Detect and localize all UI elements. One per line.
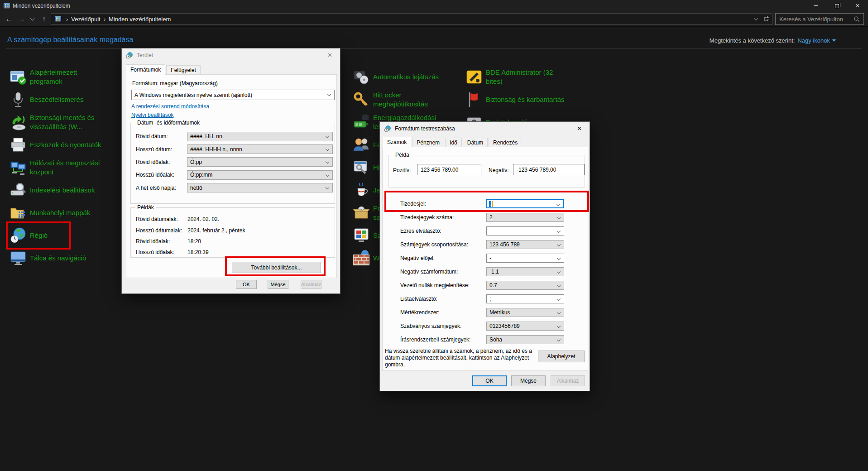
recent-pages-button[interactable] [28, 13, 36, 25]
format-row: Ezres elválasztó: [400, 224, 569, 238]
cancel-button[interactable]: Mégse [511, 375, 546, 386]
chevron-down-icon [326, 134, 329, 138]
format-row: Számjegyek csoportosítása: 123 456 789 [400, 238, 569, 251]
row-combobox[interactable]: -1.1 [486, 267, 564, 276]
example-row: Hosszú dátumalak: 2024. február 2., pént… [136, 225, 331, 236]
forward-button[interactable]: → [15, 13, 28, 25]
address-bar[interactable]: › Vezérlőpult › Minden vezérlőpultelem [51, 13, 772, 25]
group-title: Dátum- és időformátumok [135, 120, 201, 126]
row-combobox[interactable] [486, 226, 564, 236]
ok-button[interactable]: OK [472, 375, 507, 386]
row-label: Írásrendszerbeli számjegyek: [400, 336, 486, 343]
chevron-down-icon [557, 256, 561, 260]
close-button[interactable]: × [320, 48, 340, 62]
row-combobox[interactable]: Ó:pp [187, 157, 333, 167]
row-combobox[interactable]: 0.7 [486, 281, 564, 290]
row-combobox[interactable]: éééé. HH. nn. [187, 132, 333, 141]
tab[interactable]: Dátum [463, 138, 488, 147]
control-panel-item[interactable]: Biztonsági mentés ésvisszaállítás (W... [9, 111, 122, 134]
control-panel-item[interactable]: BDE Administrator (32bites) [465, 66, 578, 88]
breadcrumb-all-items[interactable]: Minden vezérlőpultelem [109, 16, 171, 23]
examples-group: Példák Rövid dátumalak: 2024. 02. 02. Ho… [130, 207, 335, 258]
customize-format-dialog-icon [384, 125, 391, 132]
negative-example-field: -123 456 789.00 [513, 164, 585, 175]
change-sort-order-link[interactable]: A rendezési sorrend módosítása [131, 103, 209, 110]
formats-tab-page: Formátum: magyar (Magyarország) A Window… [126, 74, 337, 278]
row-label: Hosszú időalak: [136, 172, 187, 178]
item-icon [352, 136, 370, 154]
row-label: Mértékrendszer: [400, 309, 486, 316]
ok-button[interactable]: OK [236, 280, 257, 289]
tab[interactable]: Pénznem [412, 138, 444, 147]
control-panel-item[interactable]: Alapértelmezettprogramok [9, 66, 122, 88]
format-combobox[interactable]: A Windows megjelenítési nyelve szerint (… [131, 90, 335, 100]
group-title: Példa [393, 152, 411, 158]
tab[interactable]: Felügyelet [166, 65, 200, 75]
row-combobox[interactable]: ; [486, 294, 564, 303]
row-combobox[interactable]: Soha [486, 335, 564, 344]
format-row: Rövid időalak: Ó:pp [136, 156, 334, 168]
item-label: Alapértelmezettprogramok [30, 68, 77, 86]
row-label: Szabványos számjegyek: [400, 323, 486, 329]
up-button[interactable]: ↑ [38, 13, 50, 25]
control-panel-item[interactable]: Biztonság és karbantartás [465, 88, 578, 111]
row-combobox[interactable]: - [486, 254, 564, 263]
control-panel-item[interactable]: Tálca és navigáció [9, 247, 122, 269]
row-combobox[interactable]: Ó:pp:mm [187, 170, 333, 180]
positive-example-field: 123 456 789.00 [417, 164, 481, 175]
item-icon [9, 113, 27, 131]
view-by-label: Megtekintés a következő szerint: [710, 37, 795, 44]
chevron-down-icon [557, 311, 561, 314]
row-label: Negatív számformátum: [400, 269, 486, 275]
row-combobox[interactable]: 123 456 789 [486, 240, 564, 249]
item-icon [352, 226, 370, 245]
chevron-down-icon [557, 324, 561, 328]
row-combobox[interactable]: 0123456789 [486, 322, 564, 331]
row-label: Negatív előjel: [400, 255, 486, 261]
breadcrumb-control-panel[interactable]: Vezérlőpult [71, 16, 100, 23]
chevron-down-icon [557, 243, 561, 246]
language-settings-link[interactable]: Nyelvi beállítások [131, 112, 173, 118]
row-combobox[interactable]: hétfő [187, 183, 333, 192]
view-by-value[interactable]: Nagy ikonok [797, 37, 830, 44]
close-button[interactable]: × [847, 0, 868, 11]
row-label: Rövid dátumalak: [136, 216, 187, 222]
cancel-button[interactable]: Mégse [268, 280, 288, 289]
back-button[interactable]: ← [3, 13, 15, 25]
row-combobox[interactable]: Metrikus [486, 308, 564, 317]
tab[interactable]: Formátumok [126, 64, 165, 75]
control-panel-window: Minden vezérlőpultelem × ← → ↑ › Vezérlő… [0, 0, 868, 471]
window-titlebar: Minden vezérlőpultelem × [0, 0, 868, 11]
format-row: Hosszú időalak: Ó:pp:mm [136, 168, 334, 181]
customize-format-tabs: SzámokPénznemIdőDátumRendezés [383, 138, 523, 148]
tab[interactable]: Idő [445, 138, 462, 147]
number-format-rows: Tizedesjel: . Tizedesjegyek száma: 2 Ezr… [400, 197, 569, 346]
control-panel-item[interactable]: Beszédfelismerés [9, 88, 122, 111]
row-label: Hosszú időalak: [136, 249, 187, 255]
tab[interactable]: Rendezés [489, 138, 522, 147]
control-panel-item[interactable]: Hálózati és megosztásiközpont [9, 156, 122, 179]
control-panel-item[interactable]: Munkahelyi mappák [9, 202, 122, 224]
control-panel-item[interactable]: BitLockermeghajtótitkosítás [352, 88, 456, 111]
tab[interactable]: Számok [383, 137, 411, 148]
chevron-down-icon [557, 216, 561, 219]
minimize-button[interactable] [806, 0, 826, 11]
control-panel-item[interactable]: Eszközök és nyomtatók [9, 134, 122, 156]
row-combobox[interactable]: 2 [486, 213, 564, 222]
minimize-icon [814, 5, 818, 6]
example-row: Rövid dátumalak: 2024. 02. 02. [136, 214, 331, 225]
item-icon [352, 159, 370, 177]
reset-button[interactable]: Alaphelyzet [538, 351, 585, 362]
format-row: Negatív számformátum: -1.1 [400, 265, 569, 279]
close-button[interactable]: × [569, 122, 590, 135]
restore-button[interactable] [826, 0, 847, 11]
control-panel-item[interactable]: Automatikus lejátszás [352, 66, 456, 88]
row-label: Hosszú dátumalak: [136, 227, 187, 234]
control-panel-item[interactable]: Indexelési beállítások [9, 179, 122, 202]
row-combobox[interactable]: éééé. HHHH n., nnnn [187, 144, 333, 154]
format-row: Tizedesjegyek száma: 2 [400, 211, 569, 224]
address-dropdown-icon[interactable] [754, 16, 758, 20]
search-input[interactable]: Keresés a Vezérlőpulton [775, 13, 864, 25]
refresh-icon[interactable] [763, 16, 769, 22]
item-label: Beszédfelismerés [30, 95, 83, 104]
